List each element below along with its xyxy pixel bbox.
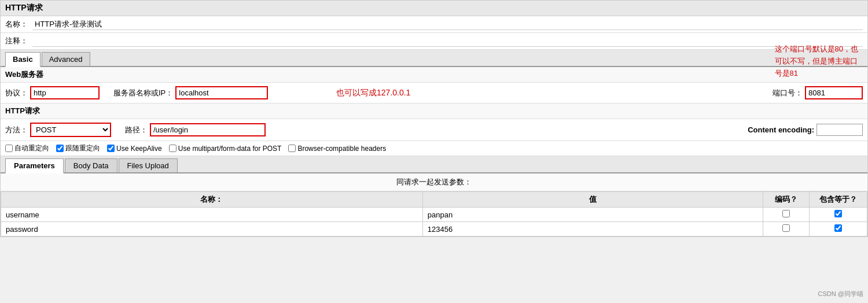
row1-equals-checkbox[interactable] <box>834 210 842 217</box>
params-send-label: 同请求一起发送参数： <box>396 177 472 187</box>
path-group: 路径： <box>125 123 743 136</box>
port-annotation: 这个端口号默认是80，也 可以不写，但是博主端口 号是81 <box>775 43 858 79</box>
http-request-header: HTTP请求 <box>1 104 867 119</box>
content-encoding-label: Content encoding: <box>748 125 814 134</box>
checkbox-follow-redirect: 跟随重定向 <box>56 143 100 153</box>
protocol-label: 协议： <box>5 88 28 98</box>
row2-encode <box>763 222 810 237</box>
page-title: HTTP请求 <box>5 3 43 12</box>
server-input[interactable] <box>175 86 268 99</box>
web-server-row: 协议： 服务器名称或IP： 也可以写成127.0.0.1 端口号： 这个端口号默… <box>1 83 867 104</box>
table-row: username panpan <box>1 208 867 222</box>
server-annotation: 也可以写成127.0.0.1 <box>336 88 410 98</box>
row1-name: username <box>1 208 423 222</box>
auto-redirect-checkbox[interactable] <box>5 145 13 152</box>
comment-row: 注释： <box>1 33 867 50</box>
path-input[interactable] <box>150 123 266 136</box>
row2-equals-checkbox[interactable] <box>834 224 842 232</box>
method-select[interactable]: POST GET PUT DELETE <box>30 123 111 137</box>
params-tabs: Parameters Body Data Files Upload <box>1 156 867 173</box>
content-encoding-group: Content encoding: <box>748 124 863 136</box>
table-row: password 123456 <box>1 222 867 237</box>
server-label: 服务器名称或IP： <box>113 88 173 98</box>
keepalive-checkbox[interactable] <box>107 145 115 152</box>
tab-parameters[interactable]: Parameters <box>5 158 64 173</box>
web-server-header: Web服务器 <box>1 67 867 83</box>
table-header-row: 名称： 值 编码？ 包含等于？ <box>1 192 867 208</box>
params-send-label-row: 同请求一起发送参数： <box>1 173 867 191</box>
tab-advanced[interactable]: Advanced <box>42 52 90 66</box>
params-table: 名称： 值 编码？ 包含等于？ username panpan password… <box>1 191 867 237</box>
method-label: 方法： <box>5 125 28 135</box>
browser-headers-checkbox[interactable] <box>288 145 296 152</box>
row2-value: 123456 <box>422 222 763 237</box>
http-request-row: 方法： POST GET PUT DELETE 路径： Content enco… <box>1 119 867 141</box>
row1-encode <box>763 208 810 222</box>
row1-value: panpan <box>422 208 763 222</box>
server-group: 服务器名称或IP： <box>113 86 268 99</box>
path-label: 路径： <box>125 125 148 135</box>
name-input[interactable] <box>32 19 863 30</box>
checkbox-multipart: Use multipart/form-data for POST <box>169 145 282 153</box>
follow-redirect-checkbox[interactable] <box>56 145 64 152</box>
col-encode-header: 编码？ <box>763 192 810 208</box>
tab-files-upload[interactable]: Files Upload <box>119 158 178 172</box>
protocol-input[interactable] <box>30 86 100 99</box>
port-group: 端口号： <box>773 86 863 99</box>
checkbox-browser-headers: Browser-compatible headers <box>288 145 386 153</box>
main-container: HTTP请求 名称： 注释： Basic Advanced Web服务器 协议：… <box>0 0 868 237</box>
tab-body-data[interactable]: Body Data <box>65 158 117 172</box>
col-equals-header: 包含等于？ <box>810 192 867 208</box>
row1-equals <box>810 208 867 222</box>
row2-encode-checkbox[interactable] <box>782 224 790 232</box>
content-encoding-input[interactable] <box>816 124 863 136</box>
tab-basic[interactable]: Basic <box>5 52 41 67</box>
comment-input[interactable] <box>32 35 863 47</box>
row2-equals <box>810 222 867 237</box>
port-label: 端口号： <box>773 88 803 98</box>
row2-name: password <box>1 222 423 237</box>
col-name-header: 名称： <box>1 192 423 208</box>
name-label: 名称： <box>5 19 28 29</box>
name-row: 名称： <box>1 16 867 33</box>
row1-encode-checkbox[interactable] <box>782 210 790 217</box>
protocol-group: 协议： <box>5 86 100 99</box>
method-group: 方法： POST GET PUT DELETE <box>5 123 111 137</box>
checkboxes-row: 自动重定向 跟随重定向 Use KeepAlive Use multipart/… <box>1 141 867 156</box>
multipart-checkbox[interactable] <box>169 145 176 152</box>
comment-label: 注释： <box>5 36 28 46</box>
checkbox-keepalive: Use KeepAlive <box>107 145 162 153</box>
main-tabs: Basic Advanced <box>1 50 867 67</box>
port-input[interactable] <box>805 86 863 99</box>
checkbox-auto-redirect: 自动重定向 <box>5 143 49 153</box>
col-value-header: 值 <box>422 192 763 208</box>
title-bar: HTTP请求 <box>1 1 867 16</box>
